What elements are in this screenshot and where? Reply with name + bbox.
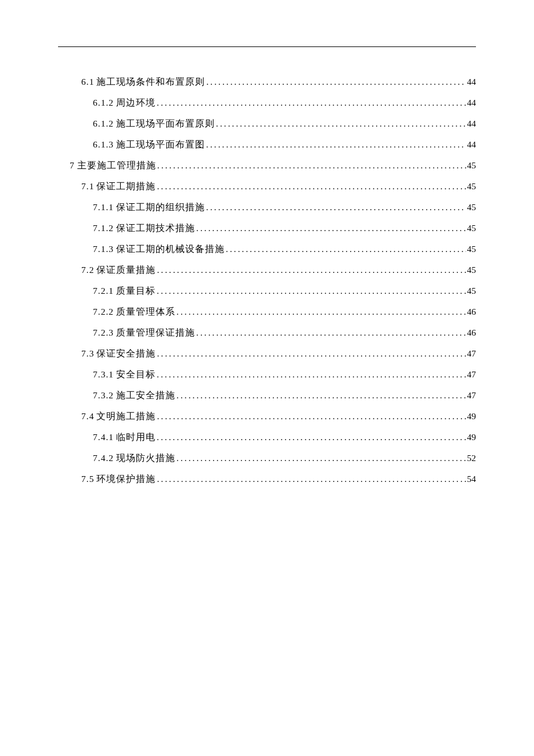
toc-leader-dots: ........................................… bbox=[206, 202, 466, 213]
toc-entry-title: 环境保护措施 bbox=[96, 473, 156, 485]
toc-leader-dots: ........................................… bbox=[196, 223, 466, 233]
toc-entry-title: 安全目标 bbox=[116, 369, 156, 381]
toc-entry: 7.3保证安全措施...............................… bbox=[58, 348, 476, 360]
toc-entry-number: 7.3.1 bbox=[93, 369, 114, 380]
toc-entry-number: 6.1.2 bbox=[93, 98, 114, 108]
toc-entry: 6.1.2周边环境...............................… bbox=[58, 97, 476, 109]
toc-leader-dots: ........................................… bbox=[157, 160, 466, 171]
toc-leader-dots: ........................................… bbox=[196, 327, 466, 338]
toc-entry-page: 46 bbox=[467, 327, 477, 338]
toc-entry: 7.1.3保证工期的机械设备措施........................… bbox=[58, 243, 476, 255]
toc-entry-title: 质量目标 bbox=[116, 285, 156, 297]
table-of-contents: 6.1施工现场条件和布置原则..........................… bbox=[58, 76, 476, 485]
toc-entry-title: 周边环境 bbox=[116, 97, 156, 109]
toc-entry-title: 施工现场平面布置原则 bbox=[116, 118, 215, 130]
toc-leader-dots: ........................................… bbox=[176, 307, 466, 317]
toc-entry-number: 7.1.3 bbox=[93, 244, 114, 254]
toc-entry-page: 45 bbox=[467, 223, 477, 233]
toc-entry-title: 文明施工措施 bbox=[96, 411, 156, 423]
toc-entry-page: 46 bbox=[467, 307, 477, 317]
toc-entry: 6.1.3施工现场平面布置图..........................… bbox=[58, 139, 476, 151]
toc-entry-page: 47 bbox=[467, 348, 477, 359]
toc-entry: 7.2.1质量目标...............................… bbox=[58, 285, 476, 297]
toc-entry: 7.2保证质量措施...............................… bbox=[58, 264, 476, 276]
toc-entry-title: 保证工期的机械设备措施 bbox=[116, 243, 225, 255]
toc-entry-page: 54 bbox=[467, 474, 477, 484]
toc-leader-dots: ........................................… bbox=[157, 432, 466, 442]
toc-leader-dots: ........................................… bbox=[157, 286, 466, 296]
toc-leader-dots: ........................................… bbox=[157, 181, 466, 192]
toc-entry-page: 47 bbox=[467, 369, 477, 380]
toc-leader-dots: ........................................… bbox=[157, 265, 466, 275]
toc-entry: 7.2.2质量管理体系.............................… bbox=[58, 306, 476, 318]
toc-entry-title: 施工现场条件和布置原则 bbox=[96, 76, 205, 88]
toc-entry-number: 7.2 bbox=[81, 265, 94, 275]
toc-entry-number: 6.1.3 bbox=[93, 139, 114, 150]
toc-entry-number: 7.1.1 bbox=[93, 202, 114, 213]
toc-entry-title: 质量管理体系 bbox=[116, 306, 175, 318]
toc-leader-dots: ........................................… bbox=[176, 453, 466, 463]
toc-entry-number: 7.4 bbox=[81, 411, 94, 422]
toc-entry-page: 45 bbox=[467, 265, 477, 275]
toc-leader-dots: ........................................… bbox=[157, 369, 466, 380]
toc-entry-page: 45 bbox=[467, 202, 477, 213]
toc-entry-title: 主要施工管理措施 bbox=[77, 160, 156, 172]
toc-entry-number: 7.4.1 bbox=[93, 432, 114, 442]
toc-entry: 6.1施工现场条件和布置原则..........................… bbox=[58, 76, 476, 88]
toc-entry: 7.2.3质量管理保证措施...........................… bbox=[58, 327, 476, 339]
toc-entry: 7.1.2保证工期技术措施...........................… bbox=[58, 222, 476, 235]
toc-entry-page: 45 bbox=[467, 181, 477, 192]
toc-entry-number: 7.2.1 bbox=[93, 286, 114, 296]
toc-entry-number: 7.3 bbox=[81, 348, 94, 359]
toc-entry-page: 44 bbox=[467, 139, 477, 150]
toc-entry-number: 7 bbox=[70, 160, 75, 171]
toc-entry-number: 7.3.2 bbox=[93, 390, 114, 401]
toc-leader-dots: ........................................… bbox=[157, 411, 466, 422]
toc-entry: 7.4.2现场防火措施.............................… bbox=[58, 452, 476, 465]
toc-entry: 7主要施工管理措施...............................… bbox=[58, 160, 476, 172]
toc-entry-number: 7.1 bbox=[81, 181, 94, 192]
toc-entry-page: 44 bbox=[467, 98, 477, 108]
toc-entry: 7.4.1临时用电...............................… bbox=[58, 431, 476, 444]
document-page: 6.1施工现场条件和布置原则..........................… bbox=[0, 0, 534, 485]
toc-entry-number: 7.5 bbox=[81, 474, 94, 484]
toc-entry-number: 7.2.3 bbox=[93, 327, 114, 338]
toc-entry: 7.1保证工期措施...............................… bbox=[58, 181, 476, 193]
toc-entry-page: 45 bbox=[467, 244, 477, 254]
toc-entry-page: 52 bbox=[467, 453, 477, 463]
toc-entry: 7.3.2施工安全措施.............................… bbox=[58, 390, 476, 402]
toc-entry-title: 施工现场平面布置图 bbox=[116, 139, 205, 151]
toc-entry-page: 45 bbox=[467, 160, 477, 171]
toc-entry-number: 7.1.2 bbox=[93, 223, 114, 233]
toc-entry-title: 保证工期的组织措施 bbox=[116, 201, 205, 214]
toc-entry: 6.1.2施工现场平面布置原则.........................… bbox=[58, 118, 476, 130]
toc-leader-dots: ........................................… bbox=[176, 390, 466, 401]
toc-entry-title: 保证工期技术措施 bbox=[116, 222, 195, 235]
toc-entry-number: 7.2.2 bbox=[93, 307, 114, 317]
toc-entry: 7.4文明施工措施...............................… bbox=[58, 411, 476, 423]
toc-entry-page: 44 bbox=[467, 77, 477, 87]
toc-leader-dots: ........................................… bbox=[206, 77, 466, 87]
toc-entry-page: 44 bbox=[467, 118, 477, 129]
toc-entry-page: 45 bbox=[467, 286, 477, 296]
toc-entry-title: 保证质量措施 bbox=[96, 264, 156, 276]
toc-leader-dots: ........................................… bbox=[226, 244, 466, 254]
toc-entry-number: 6.1 bbox=[81, 77, 94, 87]
toc-entry-title: 现场防火措施 bbox=[116, 452, 175, 465]
toc-entry-title: 施工安全措施 bbox=[116, 390, 175, 402]
toc-entry-page: 47 bbox=[467, 390, 477, 401]
toc-leader-dots: ........................................… bbox=[206, 139, 466, 150]
toc-entry: 7.1.1保证工期的组织措施..........................… bbox=[58, 201, 476, 214]
toc-entry: 7.5环境保护措施...............................… bbox=[58, 473, 476, 485]
header-rule bbox=[58, 46, 476, 47]
toc-entry-title: 保证工期措施 bbox=[96, 181, 156, 193]
toc-entry-number: 7.4.2 bbox=[93, 453, 114, 463]
toc-leader-dots: ........................................… bbox=[157, 348, 466, 359]
toc-leader-dots: ........................................… bbox=[157, 474, 466, 484]
toc-entry-title: 保证安全措施 bbox=[96, 348, 156, 360]
toc-entry-page: 49 bbox=[467, 432, 477, 442]
toc-entry-page: 49 bbox=[467, 411, 477, 422]
toc-leader-dots: ........................................… bbox=[216, 118, 466, 129]
toc-leader-dots: ........................................… bbox=[157, 98, 466, 108]
toc-entry-title: 质量管理保证措施 bbox=[116, 327, 195, 339]
